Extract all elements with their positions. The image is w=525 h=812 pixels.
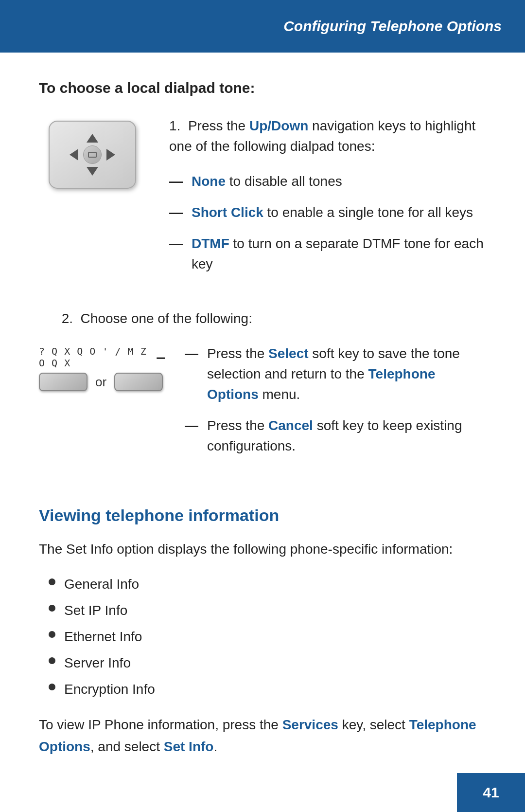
dot-icon [49,631,55,638]
main-content: To choose a local dialpad tone: 1. Press… [0,53,525,811]
header-bar: Configuring Telephone Options [0,0,525,53]
dot-icon [49,578,55,585]
services-highlight: Services [282,717,338,732]
step1-content: 1. Press the Up/Down navigation keys to … [169,116,486,285]
list-item-server: Server Info [49,653,486,673]
dtmf-highlight: DTMF [192,236,229,251]
step1-intro-text: 1. Press the Up/Down navigation keys to … [169,116,486,157]
section2-title: Viewing telephone information [39,506,486,525]
softkey-label-text: ? Q X Q O ' / M Z O Q X [39,345,149,369]
select-highlight: Select [268,346,309,361]
step2-bullet-select: — Press the Select soft key to save the … [185,343,486,405]
telephone-options-highlight: Telephone Options [207,366,435,402]
dot-icon [49,657,55,664]
list-item-general: General Info [49,574,486,595]
or-label: or [95,375,106,390]
step2-bullet-list: — Press the Select soft key to save the … [185,343,486,467]
section-divider: Viewing telephone information The Set In… [39,506,486,758]
none-highlight: None [192,174,226,189]
center-button [83,145,102,164]
list-item-setip: Set IP Info [49,600,486,621]
dot-icon [49,605,55,612]
section2-list: General Info Set IP Info Ethernet Info S… [49,574,486,700]
select-softkey-button[interactable] [39,373,88,391]
arrow-up-icon [87,134,98,143]
center-inner [88,152,97,158]
updown-highlight: Up/Down [249,118,308,133]
navigation-key-widget [49,121,136,189]
step1-bullet-list: — None to disable all tones — Short Clic… [169,171,486,274]
middle-row [70,145,115,164]
step2-intro: 2. Choose one of the following: [39,308,486,329]
short-click-highlight: Short Click [192,205,263,220]
cancel-softkey-button[interactable] [114,373,163,391]
arrow-down-icon [87,167,98,176]
softkey-buttons-row: or [39,373,163,391]
cancel-highlight: Cancel [268,418,313,433]
step2-bullet-cancel: — Press the Cancel soft key to keep exis… [185,415,486,456]
section2-intro: The Set Info option displays the followi… [39,539,486,560]
section-heading: To choose a local dialpad tone: [39,80,486,96]
softkey-image: ? Q X Q O ' / M Z O Q X — or [39,343,165,391]
arrow-left-icon [70,149,78,161]
header-title: Configuring Telephone Options [283,18,502,35]
softkey-label-row: ? Q X Q O ' / M Z O Q X — [39,345,165,369]
page-number: 41 [483,784,499,801]
bullet-dtmf: — DTMF to turn on a separate DTMF tone f… [169,234,486,274]
step1-area: 1. Press the Up/Down navigation keys to … [39,116,486,285]
dot-icon [49,684,55,690]
step2-content: ? Q X Q O ' / M Z O Q X — or — Press the… [39,343,486,477]
section2-footer-text: To view IP Phone information, press the … [39,714,486,758]
list-item-ethernet: Ethernet Info [49,627,486,647]
telephone-options-footer-highlight: Telephone Options [39,717,476,754]
bullet-none: — None to disable all tones [169,171,486,192]
nav-key-image [39,116,146,285]
step2-area: 2. Choose one of the following: ? Q X Q … [39,308,486,477]
bullet-short-click: — Short Click to enable a single tone fo… [169,202,486,223]
list-item-encryption: Encryption Info [49,679,486,700]
footer-bar: 41 [457,773,525,812]
set-info-highlight: Set Info [164,739,214,754]
arrow-right-icon [106,149,115,161]
